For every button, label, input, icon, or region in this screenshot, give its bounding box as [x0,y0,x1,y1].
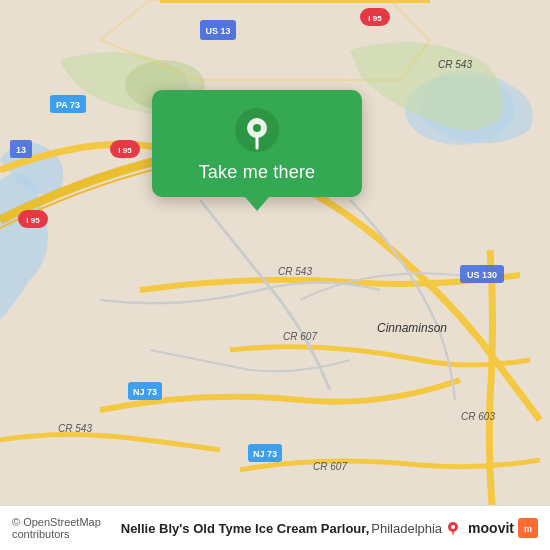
moovit-icon: m [518,518,538,538]
svg-text:Cinnaminson: Cinnaminson [377,321,447,335]
place-name: Nellie Bly's Old Tyme Ice Cream Parlour, [121,521,370,536]
bottom-bar: © OpenStreetMap contributors Nellie Bly'… [0,505,550,550]
svg-point-31 [253,124,261,132]
svg-text:13: 13 [16,145,26,155]
moovit-text: moovit [468,520,514,536]
svg-text:PA 73: PA 73 [56,100,80,110]
svg-text:CR 543: CR 543 [278,266,312,277]
place-city: Philadelphia [371,521,442,536]
svg-text:m: m [524,524,532,534]
svg-text:CR 603: CR 603 [461,411,495,422]
svg-text:I 95: I 95 [26,216,40,225]
svg-point-33 [451,525,455,529]
svg-text:CR 543: CR 543 [438,59,472,70]
svg-text:NJ 73: NJ 73 [133,387,157,397]
svg-text:CR 543: CR 543 [58,423,92,434]
place-pin-icon [446,521,460,535]
map-container: US 13 I 95 CR 543 PA 73 13 I 95 I 95 CR … [0,0,550,505]
svg-text:US 13: US 13 [205,26,230,36]
svg-text:NJ 73: NJ 73 [253,449,277,459]
take-me-there-button[interactable]: Take me there [199,162,316,183]
svg-text:CR 607: CR 607 [283,331,317,342]
location-pin-icon [235,108,279,152]
moovit-logo: moovit m [468,518,538,538]
svg-text:US 130: US 130 [467,270,497,280]
copyright-text: © OpenStreetMap contributors [12,516,117,540]
svg-text:I 95: I 95 [118,146,132,155]
svg-text:CR 607: CR 607 [313,461,347,472]
location-card: Take me there [152,90,362,197]
svg-text:I 95: I 95 [368,14,382,23]
